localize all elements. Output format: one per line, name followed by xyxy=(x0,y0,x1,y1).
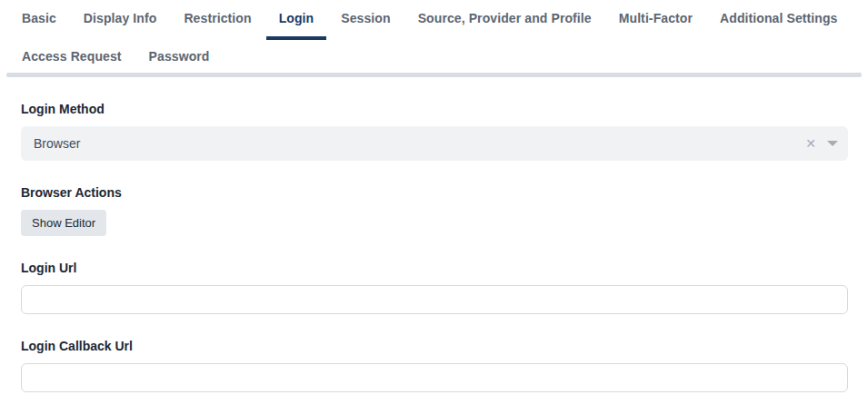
tab-basic[interactable]: Basic xyxy=(9,0,69,40)
browser-actions-label: Browser Actions xyxy=(21,185,848,201)
tab-multi-factor[interactable]: Multi-Factor xyxy=(606,0,705,40)
tab-row-1: Basic Display Info Restriction Login Ses… xyxy=(9,0,868,40)
tab-access-request[interactable]: Access Request xyxy=(9,40,135,73)
login-url-label: Login Url xyxy=(21,261,848,276)
login-callback-url-label: Login Callback Url xyxy=(21,339,848,354)
tab-login[interactable]: Login xyxy=(266,0,327,40)
login-method-select[interactable]: Browser ✕ xyxy=(21,126,848,161)
login-settings-page: Basic Display Info Restriction Login Ses… xyxy=(0,0,868,405)
tab-additional-settings[interactable]: Additional Settings xyxy=(707,0,850,40)
settings-tab-bar: Basic Display Info Restriction Login Ses… xyxy=(0,0,868,73)
login-callback-url-input[interactable] xyxy=(21,363,848,392)
tab-row-2: Access Request Password xyxy=(9,40,868,73)
chevron-down-icon[interactable] xyxy=(827,141,838,146)
show-editor-button[interactable]: Show Editor xyxy=(21,210,106,236)
tab-password[interactable]: Password xyxy=(136,40,223,73)
login-settings-form: Login Method Browser ✕ Browser Actions S… xyxy=(0,102,868,392)
tabbar-divider xyxy=(6,73,862,77)
clear-icon[interactable]: ✕ xyxy=(801,137,821,150)
login-method-label: Login Method xyxy=(21,102,848,117)
tab-source-provider-and-profile[interactable]: Source, Provider and Profile xyxy=(405,0,604,40)
tab-restriction[interactable]: Restriction xyxy=(171,0,264,40)
tab-session[interactable]: Session xyxy=(328,0,403,40)
login-url-input[interactable] xyxy=(21,285,848,314)
login-method-selected-value: Browser xyxy=(34,136,801,151)
tab-display-info[interactable]: Display Info xyxy=(71,0,170,40)
